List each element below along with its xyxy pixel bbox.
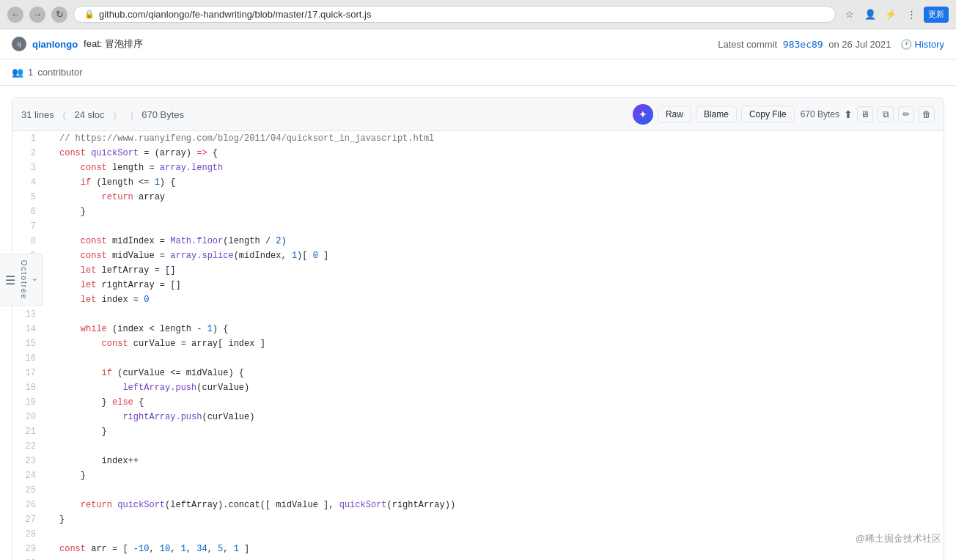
address-bar[interactable]: 🔒 github.com/qianlongo/fe-handwriting/bl… <box>73 6 836 23</box>
menu-icon[interactable]: ⋮ <box>903 7 919 23</box>
commit-hash[interactable]: 983ec89 <box>783 39 823 50</box>
line-number: 20 <box>12 410 48 424</box>
table-row: 26 return quickSort(leftArray).concat([ … <box>12 498 944 512</box>
table-row: 10 let leftArray = [] <box>12 263 944 278</box>
copy-icon[interactable]: ⧉ <box>878 106 894 122</box>
history-link[interactable]: 🕐 History <box>900 39 944 50</box>
line-number: 1 <box>12 131 48 146</box>
raw-button[interactable]: Raw <box>658 106 691 123</box>
url-text: github.com/qianlongo/fe-handwriting/blob… <box>99 9 371 20</box>
commit-info: q qianlongo feat: 冒泡排序 <box>12 37 143 51</box>
table-row: 25 <box>12 483 944 498</box>
table-row: 23 index++ <box>12 454 944 468</box>
table-row: 21 } <box>12 424 944 439</box>
line-code: rightArray.push(curValue) <box>48 410 944 424</box>
file-header-row: q qianlongo feat: 冒泡排序 Latest commit 983… <box>0 29 956 59</box>
line-code <box>48 556 944 560</box>
watermark: @稀土掘金技术社区 <box>856 532 941 545</box>
line-number: 8 <box>12 234 48 248</box>
code-toolbar: 31 lines ( 24 sloc ) | 670 Bytes ✦ Raw B… <box>12 98 944 131</box>
table-row: 3 const length = array.length <box>12 161 944 175</box>
reload-button[interactable]: ↻ <box>51 7 67 23</box>
desktop-icon[interactable]: 🖥 <box>857 106 873 122</box>
line-number: 26 <box>12 498 48 512</box>
extensions-icon[interactable]: ⚡ <box>883 7 899 23</box>
line-code: } else { <box>48 395 944 410</box>
line-code: let index = 0 <box>48 292 944 307</box>
contributor-label: contributor <box>37 67 82 78</box>
commit-right: Latest commit 983ec89 on 26 Jul 2021 🕐 H… <box>718 39 944 50</box>
octotree-label: Octotree <box>20 260 28 300</box>
line-code: if (curValue <= midValue) { <box>48 366 944 380</box>
contributor-count: 1 <box>28 67 33 78</box>
update-button[interactable]: 更新 <box>924 7 949 23</box>
edit-icon[interactable]: ✏ <box>898 106 914 122</box>
line-number: 30 <box>12 556 48 560</box>
line-number: 6 <box>12 205 48 219</box>
table-row: 9 const midValue = array.splice(midIndex… <box>12 248 944 263</box>
line-number: 4 <box>12 175 48 190</box>
line-code: // https://www.ruanyifeng.com/blog/2011/… <box>48 131 944 146</box>
commit-message: feat: 冒泡排序 <box>84 37 143 51</box>
line-code: } <box>48 205 944 219</box>
delete-icon[interactable]: 🗑 <box>919 106 935 122</box>
file-size: 670 Bytes <box>141 109 184 120</box>
bookmark-icon[interactable]: ☆ <box>842 7 858 23</box>
table-row: 24 } <box>12 468 944 483</box>
table-row: 12 let index = 0 <box>12 292 944 307</box>
forward-button[interactable]: → <box>29 7 45 23</box>
line-code: } <box>48 468 944 483</box>
table-row: 20 rightArray.push(curValue) <box>12 410 944 424</box>
back-button[interactable]: ← <box>7 7 23 23</box>
copy-file-button[interactable]: Copy File <box>741 106 795 123</box>
line-code: let rightArray = [] <box>48 278 944 292</box>
line-number: 18 <box>12 380 48 395</box>
line-number: 21 <box>12 424 48 439</box>
line-number: 22 <box>12 439 48 454</box>
table-row: 17 if (curValue <= midValue) { <box>12 366 944 380</box>
line-code <box>48 483 944 498</box>
browser-chrome: ← → ↻ 🔒 github.com/qianlongo/fe-handwrit… <box>0 0 956 29</box>
line-code: const midIndex = Math.floor(length / 2) <box>48 234 944 248</box>
line-code: const quickSort = (array) => { <box>48 146 944 161</box>
table-row: 1// https://www.ruanyifeng.com/blog/2011… <box>12 131 944 146</box>
table-row: 18 leftArray.push(curValue) <box>12 380 944 395</box>
line-code: const curValue = array[ index ] <box>48 336 944 351</box>
octotree-tab[interactable]: › Octotree ☰ <box>0 254 43 306</box>
blame-button[interactable]: Blame <box>696 106 737 123</box>
commit-username[interactable]: qianlongo <box>32 39 78 50</box>
line-number: 3 <box>12 161 48 175</box>
line-code: const midValue = array.splice(midIndex, … <box>48 248 944 263</box>
line-number: 14 <box>12 322 48 336</box>
line-number: 28 <box>12 527 48 542</box>
table-row: 4 if (length <= 1) { <box>12 175 944 190</box>
code-actions: ✦ Raw Blame Copy File 670 Bytes ⬆ 🖥 ⧉ ✏ … <box>633 104 935 125</box>
ai-button[interactable]: ✦ <box>633 104 653 125</box>
table-row: 22 <box>12 439 944 454</box>
line-code: leftArray.push(curValue) <box>48 380 944 395</box>
line-code: return quickSort(leftArray).concat([ mid… <box>48 498 944 512</box>
upload-icon: ⬆ <box>844 108 853 120</box>
line-number: 27 <box>12 512 48 527</box>
line-number: 23 <box>12 454 48 468</box>
file-sep: | <box>130 109 133 120</box>
table-row: 15 const curValue = array[ index ] <box>12 336 944 351</box>
toolbar-size: 670 Bytes <box>801 109 839 119</box>
line-code: index++ <box>48 454 944 468</box>
profile-icon[interactable]: 👤 <box>862 7 878 23</box>
sloc-count: 24 sloc <box>74 109 104 120</box>
line-code: const length = array.length <box>48 161 944 175</box>
table-row: 11 let rightArray = [] <box>12 278 944 292</box>
line-number: 5 <box>12 190 48 205</box>
table-row: 7 <box>12 219 944 234</box>
commit-latest-label: Latest commit 983ec89 on 26 Jul 2021 <box>718 39 891 50</box>
line-code: const arr = [ -10, 10, 1, 34, 5, 1 ] <box>48 542 944 556</box>
table-row: 8 const midIndex = Math.floor(length / 2… <box>12 234 944 248</box>
history-clock-icon: 🕐 <box>900 39 912 50</box>
octotree-menu-icon: ☰ <box>3 273 17 287</box>
line-number: 25 <box>12 483 48 498</box>
table-row: 28 <box>12 527 944 542</box>
line-number: 24 <box>12 468 48 483</box>
line-number: 15 <box>12 336 48 351</box>
table-row: 14 while (index < length - 1) { <box>12 322 944 336</box>
